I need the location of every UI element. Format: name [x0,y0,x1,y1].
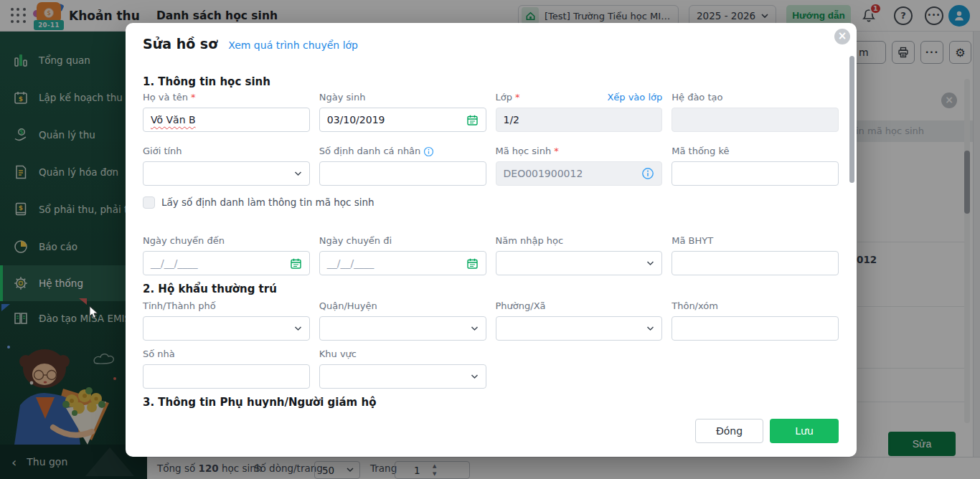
calendar-icon[interactable] [466,257,479,270]
dob-date-input[interactable]: 03/10/2019 [319,108,486,132]
area-select[interactable] [319,364,486,389]
field-transfer-in-date: Ngày chuyển đến __/__/____ [143,235,310,275]
field-ward: Phường/Xã [496,300,663,341]
info-icon[interactable] [423,146,434,157]
personal-id-input[interactable] [319,161,486,186]
class-input: 1/2 [496,108,663,132]
stat-code-input[interactable] [672,161,839,186]
section-guardian-title: 3. Thông tin Phụ huynh/Người giám hộ [143,395,839,409]
required-marker: * [554,146,559,157]
checkbox[interactable] [143,196,155,209]
health-insurance-input[interactable] [672,251,839,275]
edit-profile-modal: × Sửa hồ sơ Xem quá trình chuyển lớp 1. … [126,23,857,457]
field-hamlet: Thôn/xóm [672,300,839,341]
ward-select[interactable] [496,316,663,341]
modal-title: Sửa hồ sơ [143,36,217,52]
district-select[interactable] [319,316,486,341]
field-transfer-out-date: Ngày chuyển đi __/__/____ [319,235,486,275]
field-gender: Giới tính [143,146,310,186]
transfer-in-date-input[interactable]: __/__/____ [143,251,310,275]
field-house-number: Số nhà [143,348,310,389]
view-class-history-link[interactable]: Xem quá trình chuyển lớp [228,39,358,51]
calendar-icon[interactable] [290,257,302,270]
gender-select[interactable] [143,161,310,186]
chevron-down-icon [471,326,479,331]
required-marker: * [515,92,520,103]
province-select[interactable] [143,316,310,341]
field-area: Khu vực [319,348,486,389]
student-code-input: DEO001900012 [496,161,663,186]
hamlet-input[interactable] [672,316,839,341]
field-enrollment-year: Năm nhập học [496,235,663,275]
chevron-down-icon [294,326,302,331]
field-full-name: Họ và tên * Võ Văn B [143,92,310,132]
section-student-info-title: 1. Thông tin học sinh [143,75,839,89]
chevron-down-icon [646,261,654,266]
info-icon[interactable] [641,167,654,180]
field-class: Lớp * Xếp vào lớp 1/2 [496,92,663,132]
use-personal-id-checkbox-row: Lấy số định danh làm thông tin mã học si… [143,196,839,209]
chevron-down-icon [471,374,479,379]
section-residence-title: 2. Hộ khẩu thường trú [143,282,839,296]
field-stat-code: Mã thống kê [672,146,839,186]
transfer-out-date-input[interactable]: __/__/____ [319,251,486,275]
mouse-cursor [89,305,99,320]
required-marker: * [191,92,196,103]
modal-cancel-button[interactable]: Đóng [695,419,763,443]
education-system-input [672,108,839,132]
field-student-code: Mã học sinh * DEO001900012 [496,146,663,186]
chevron-down-icon [646,326,654,331]
calendar-icon[interactable] [466,114,479,126]
checkbox-label: Lấy số định danh làm thông tin mã học si… [161,196,374,208]
assign-class-link[interactable]: Xếp vào lớp [607,92,662,103]
field-personal-id: Số định danh cá nhân [319,146,486,186]
full-name-input[interactable]: Võ Văn B [143,108,310,132]
screen: $ 20-11 Khoản thu Danh sách học sinh [Te… [0,0,980,479]
chevron-down-icon [294,171,302,176]
field-dob: Ngày sinh 03/10/2019 [319,92,486,132]
enrollment-year-select[interactable] [496,251,663,275]
modal-save-button[interactable]: Lưu [770,419,839,443]
field-district: Quận/Huyện [319,300,486,341]
field-province: Tỉnh/Thành phố [143,300,310,341]
field-education-system: Hệ đào tạo [672,92,839,132]
house-number-input[interactable] [143,364,310,389]
field-health-insurance: Mã BHYT [672,235,839,275]
